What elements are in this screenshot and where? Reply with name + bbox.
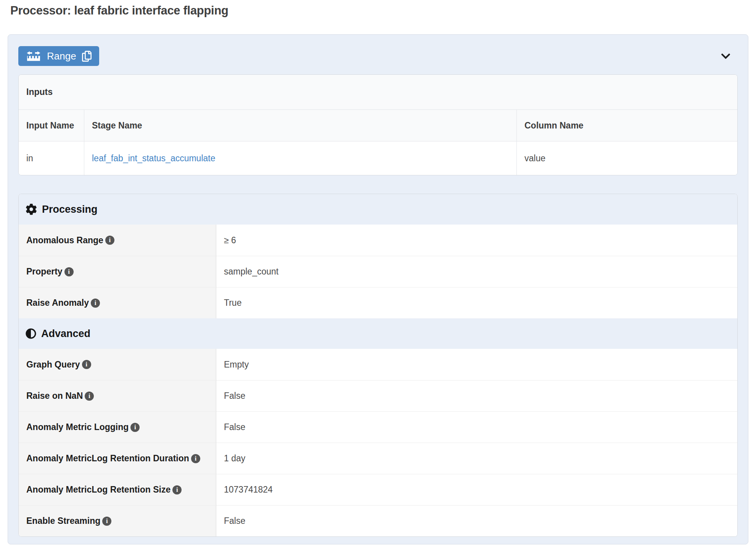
config-row-enable-streaming: Enable Streamingi False xyxy=(19,505,737,536)
column-name-value: value xyxy=(516,141,737,175)
row-label: Raise on NaN xyxy=(26,391,83,401)
column-header-input-name: Input Name xyxy=(19,110,84,141)
info-icon[interactable]: i xyxy=(64,267,74,276)
input-name-value: in xyxy=(19,141,84,175)
inputs-table: Inputs Input Name Stage Name Column Name… xyxy=(18,74,738,175)
row-label: Anomalous Range xyxy=(26,235,103,246)
row-value: Empty xyxy=(216,349,737,380)
page-title: Processor: leaf fabric interface flappin… xyxy=(10,4,228,18)
panel-header: Range xyxy=(18,46,738,66)
row-value: False xyxy=(216,505,737,536)
section-header-advanced: Advanced xyxy=(19,318,737,349)
info-icon[interactable]: i xyxy=(172,485,182,494)
info-icon[interactable]: i xyxy=(82,360,91,369)
row-label: Enable Streaming xyxy=(26,516,100,526)
row-value: False xyxy=(216,380,737,411)
row-value: True xyxy=(216,287,737,318)
info-icon[interactable]: i xyxy=(91,299,100,308)
info-icon[interactable]: i xyxy=(85,392,94,401)
info-icon[interactable]: i xyxy=(102,517,111,526)
info-icon[interactable]: i xyxy=(191,454,200,463)
config-table: Processing Anomalous Rangei ≥ 6 Property… xyxy=(18,194,738,537)
ruler-range-icon xyxy=(26,50,41,62)
range-stage-button[interactable]: Range xyxy=(18,46,99,66)
config-row-property: Propertyi sample_count xyxy=(19,256,737,287)
config-row-anomalous-range: Anomalous Rangei ≥ 6 xyxy=(19,225,737,256)
info-icon[interactable]: i xyxy=(130,423,140,432)
column-header-column-name: Column Name xyxy=(516,110,737,141)
processor-config-panel: Range Inputs Input Name Stage Name Colum… xyxy=(8,34,748,544)
inputs-table-title: Inputs xyxy=(19,75,737,110)
row-label: Anomaly Metric Logging xyxy=(26,422,129,432)
config-row-anomaly-metric-logging: Anomaly Metric Loggingi False xyxy=(19,411,737,443)
inputs-table-row: in leaf_fab_int_status_accumulate value xyxy=(19,141,737,175)
config-row-metriclog-retention-size: Anomaly MetricLog Retention Sizei 107374… xyxy=(19,474,737,505)
config-row-raise-on-nan: Raise on NaNi False xyxy=(19,380,737,411)
config-row-raise-anomaly: Raise Anomalyi True xyxy=(19,287,737,318)
row-value: False xyxy=(216,411,737,443)
config-row-graph-query: Graph Queryi Empty xyxy=(19,349,737,380)
column-header-stage-name: Stage Name xyxy=(84,110,516,141)
inputs-table-header-row: Input Name Stage Name Column Name xyxy=(19,110,737,141)
range-button-label: Range xyxy=(47,50,76,62)
copy-icon[interactable] xyxy=(82,51,92,62)
section-title: Processing xyxy=(42,204,98,215)
gear-icon xyxy=(26,204,37,215)
row-label: Raise Anomaly xyxy=(26,298,89,308)
row-label: Anomaly MetricLog Retention Size xyxy=(26,485,171,495)
row-label: Anomaly MetricLog Retention Duration xyxy=(26,453,189,464)
chevron-down-icon[interactable] xyxy=(720,51,732,61)
config-row-metriclog-retention-duration: Anomaly MetricLog Retention Durationi 1 … xyxy=(19,443,737,474)
section-title: Advanced xyxy=(41,328,90,340)
adjust-half-circle-icon xyxy=(26,328,36,339)
row-value: ≥ 6 xyxy=(216,225,737,256)
row-value: sample_count xyxy=(216,256,737,287)
stage-name-link[interactable]: leaf_fab_int_status_accumulate xyxy=(92,153,216,164)
section-header-processing: Processing xyxy=(19,194,737,225)
row-label: Graph Query xyxy=(26,360,80,370)
row-label: Property xyxy=(26,266,63,277)
info-icon[interactable]: i xyxy=(105,236,114,245)
row-value: 1 day xyxy=(216,443,737,474)
row-value: 1073741824 xyxy=(216,474,737,505)
